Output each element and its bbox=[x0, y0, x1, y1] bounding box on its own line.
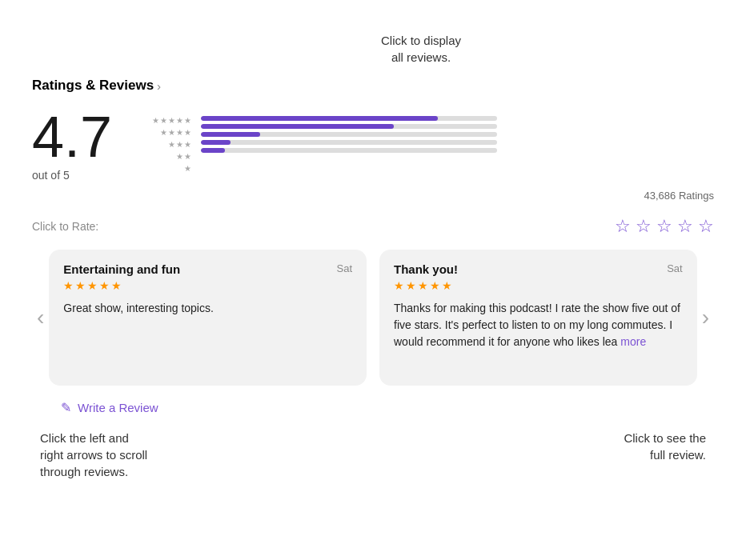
rate-star-1[interactable]: ☆ bbox=[615, 216, 631, 237]
tooltip-full-review: Click to see the full review. bbox=[624, 430, 706, 480]
stars-histogram: ★ ★ ★ ★ ★ ★ ★ ★ ★ ★ ★ ★ ★ bbox=[152, 114, 497, 173]
rate-star-5[interactable]: ☆ bbox=[698, 216, 714, 237]
rate-star-2[interactable]: ☆ bbox=[636, 216, 652, 237]
star-row-4: ★ ★ ★ ★ bbox=[160, 128, 191, 137]
big-rating: 4.7 out of 5 bbox=[32, 108, 128, 182]
rate-label: Click to Rate: bbox=[32, 220, 98, 233]
bar-fill-3 bbox=[201, 132, 260, 137]
bar-track-4 bbox=[201, 124, 497, 129]
review-date-2: Sat bbox=[667, 262, 683, 274]
rating-number: 4.7 bbox=[32, 108, 112, 166]
bar-fill-5 bbox=[201, 116, 438, 121]
review-title-2: Thank you! bbox=[394, 262, 458, 276]
write-review-row[interactable]: ✎ Write a Review bbox=[61, 400, 714, 415]
star-icons-column: ★ ★ ★ ★ ★ ★ ★ ★ ★ ★ ★ ★ ★ bbox=[152, 116, 191, 173]
reviews-grid: Entertaining and fun Sat ★ ★ ★ ★ ★ Great… bbox=[49, 250, 696, 386]
star-row-1: ★ bbox=[184, 164, 191, 173]
section-title: Ratings & Reviews bbox=[32, 78, 154, 94]
ratings-reviews-header[interactable]: Ratings & Reviews › bbox=[32, 74, 714, 94]
review-body-1: Great show, interesting topics. bbox=[63, 300, 352, 317]
click-to-rate-row: Click to Rate: ☆ ☆ ☆ ☆ ☆ bbox=[32, 216, 714, 237]
rating-area: 4.7 out of 5 ★ ★ ★ ★ ★ ★ ★ ★ ★ bbox=[32, 108, 714, 182]
bar-fill-4 bbox=[201, 124, 394, 129]
tooltip-display-reviews: Click to display all reviews. bbox=[128, 32, 714, 66]
rate-stars[interactable]: ☆ ☆ ☆ ☆ ☆ bbox=[615, 216, 714, 237]
star-row-3: ★ ★ ★ bbox=[168, 140, 191, 149]
more-link[interactable]: more bbox=[620, 335, 646, 348]
rate-star-3[interactable]: ☆ bbox=[656, 216, 672, 237]
star-row-5: ★ ★ ★ ★ ★ bbox=[152, 116, 191, 125]
rate-star-4[interactable]: ☆ bbox=[677, 216, 693, 237]
review-stars-1: ★ ★ ★ ★ ★ bbox=[63, 279, 352, 292]
write-review-link[interactable]: Write a Review bbox=[78, 401, 158, 414]
bar-track-1 bbox=[201, 148, 497, 153]
review-header-1: Entertaining and fun Sat bbox=[63, 262, 352, 276]
review-title-1: Entertaining and fun bbox=[63, 262, 180, 276]
right-arrow-button[interactable]: › bbox=[697, 305, 714, 330]
review-body-2: Thanks for making this podcast! I rate t… bbox=[394, 300, 683, 350]
chevron-right-icon: › bbox=[157, 79, 161, 93]
bottom-tooltips: Click the left and right arrows to scrol… bbox=[32, 430, 714, 480]
review-card-1: Entertaining and fun Sat ★ ★ ★ ★ ★ Great… bbox=[49, 250, 367, 386]
bar-fill-2 bbox=[201, 140, 231, 145]
star-row-2: ★ ★ bbox=[176, 152, 191, 161]
rating-out-of: out of 5 bbox=[32, 169, 70, 182]
bar-track-5 bbox=[201, 116, 497, 121]
review-header-2: Thank you! Sat bbox=[394, 262, 683, 276]
bars-column bbox=[201, 116, 497, 153]
bar-track-3 bbox=[201, 132, 497, 137]
write-review-icon: ✎ bbox=[61, 400, 71, 415]
reviews-area: ‹ Entertaining and fun Sat ★ ★ ★ ★ ★ Gre… bbox=[32, 250, 714, 386]
review-stars-2: ★ ★ ★ ★ ★ bbox=[394, 279, 683, 292]
review-date-1: Sat bbox=[336, 262, 352, 274]
tooltip-arrows: Click the left and right arrows to scrol… bbox=[40, 430, 147, 480]
total-ratings: 43,686 Ratings bbox=[32, 190, 714, 202]
left-arrow-button[interactable]: ‹ bbox=[32, 305, 49, 330]
bar-track-2 bbox=[201, 140, 497, 145]
review-card-2: Thank you! Sat ★ ★ ★ ★ ★ Thanks for maki… bbox=[379, 250, 697, 386]
bar-fill-1 bbox=[201, 148, 225, 153]
